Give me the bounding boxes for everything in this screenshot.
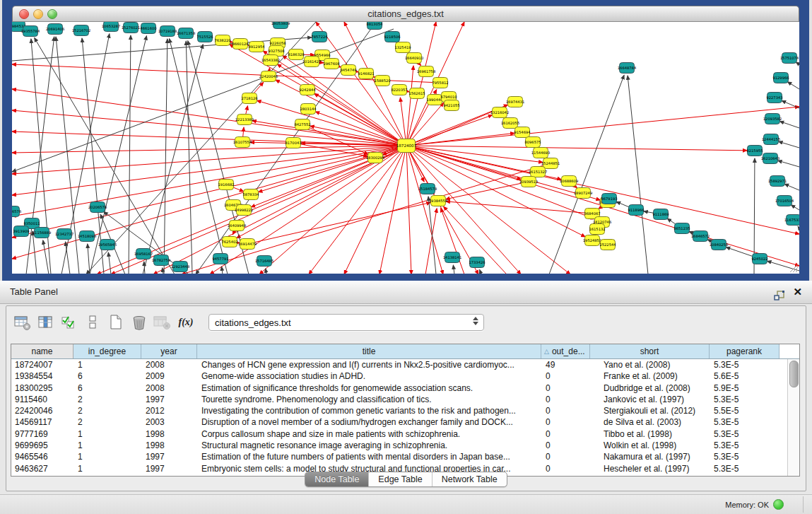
graph-node[interactable]: 18724007 bbox=[396, 139, 417, 153]
graph-node[interactable]: 12342737 bbox=[55, 229, 73, 240]
graph-node[interactable]: 14518098 bbox=[78, 231, 96, 242]
graph-node[interactable]: 2522544 bbox=[599, 240, 616, 250]
table-row[interactable]: 911546021997Tourette syndrome. Phenomeno… bbox=[11, 394, 787, 405]
graph-node[interactable]: 16961758 bbox=[417, 66, 435, 77]
delete-table-button[interactable] bbox=[152, 312, 173, 333]
graph-node[interactable]: 7857224 bbox=[311, 32, 328, 42]
graph-node[interactable]: 19384554 bbox=[429, 196, 448, 206]
graph-node[interactable]: 8220357 bbox=[391, 85, 407, 95]
graph-node[interactable]: 12093582 bbox=[763, 114, 782, 124]
graph-node[interactable]: 16640910 bbox=[405, 53, 423, 64]
graph-node[interactable]: 10161427 bbox=[302, 57, 321, 67]
graph-node[interactable]: 15216702 bbox=[72, 25, 90, 36]
graph-node[interactable]: 9421055 bbox=[443, 100, 459, 111]
graph-node[interactable]: 16210643 bbox=[761, 153, 779, 164]
graph-node[interactable]: 16914479 bbox=[238, 239, 257, 250]
column-header-year[interactable]: year bbox=[141, 344, 197, 358]
column-header-short[interactable]: short bbox=[590, 344, 710, 358]
graph-node[interactable]: 19524851 bbox=[583, 235, 601, 246]
graph-node[interactable]: 8170043 bbox=[285, 138, 301, 148]
graph-node[interactable]: 20691406 bbox=[46, 24, 64, 35]
graph-node[interactable]: 16107554 bbox=[233, 137, 252, 148]
graph-node[interactable]: 8096575 bbox=[524, 137, 541, 148]
delete-column-button[interactable] bbox=[129, 312, 150, 333]
tab-network-table[interactable]: Network Table bbox=[432, 472, 507, 486]
column-header-title[interactable]: title bbox=[197, 344, 541, 358]
function-builder-button[interactable]: f(x) bbox=[175, 312, 196, 333]
graph-node[interactable]: 9146821 bbox=[358, 69, 374, 79]
table-row[interactable]: 1872400712008Changes of HCN gene express… bbox=[11, 359, 787, 370]
graph-node[interactable]: 22420046 bbox=[259, 71, 278, 82]
graph-node[interactable]: 9154694 bbox=[514, 127, 531, 138]
graph-node[interactable]: 18053809 bbox=[271, 22, 290, 29]
graph-node[interactable]: 7638220 bbox=[214, 35, 230, 46]
graph-node[interactable]: 16409948 bbox=[228, 221, 246, 231]
graph-node[interactable]: 9227343 bbox=[766, 93, 782, 103]
tab-node-table[interactable]: Node Table bbox=[305, 472, 368, 486]
graph-node[interactable]: 8215955 bbox=[746, 146, 763, 156]
graph-node[interactable]: 1325419 bbox=[394, 42, 411, 53]
tab-edge-table[interactable]: Edge Table bbox=[368, 472, 431, 486]
graph-node[interactable]: 2803144 bbox=[300, 104, 317, 115]
graph-node[interactable]: 4661600 bbox=[140, 23, 156, 34]
graph-node[interactable]: 1588520 bbox=[374, 76, 390, 86]
table-row[interactable]: 969969511998Structural magnetic resonanc… bbox=[11, 440, 787, 451]
show-columns-button[interactable] bbox=[35, 312, 57, 333]
graph-node[interactable]: 15716485 bbox=[255, 256, 273, 267]
graph-node[interactable]: 8912954 bbox=[248, 42, 265, 52]
graph-node[interactable]: 1733426 bbox=[469, 257, 485, 268]
graph-node[interactable]: 19565845 bbox=[98, 240, 117, 250]
table-row[interactable]: 1456911722003Disruption of a novel membe… bbox=[11, 416, 787, 428]
close-panel-icon[interactable]: ✕ bbox=[793, 281, 802, 303]
graph-node[interactable]: 18907249 bbox=[574, 188, 592, 199]
graph-node[interactable]: 7515526 bbox=[196, 32, 213, 42]
graph-node[interactable]: 5878334 bbox=[242, 189, 259, 200]
graph-node[interactable]: 9245022 bbox=[751, 254, 767, 264]
graph-node[interactable]: 10939513 bbox=[519, 177, 538, 187]
graph-node[interactable]: 9457791 bbox=[212, 254, 228, 264]
graph-node[interactable]: 8813054 bbox=[366, 22, 383, 30]
graph-node[interactable]: 2718126 bbox=[241, 93, 257, 104]
row-mode-button[interactable] bbox=[82, 312, 103, 333]
graph-node[interactable]: 14998222 bbox=[235, 205, 253, 216]
graph-node[interactable]: 16958167 bbox=[134, 249, 153, 259]
table-row[interactable]: 946554611997Estimation of the future num… bbox=[11, 451, 787, 462]
graph-node[interactable]: 8427552 bbox=[294, 119, 310, 130]
graph-node[interactable]: 15276021 bbox=[122, 23, 140, 33]
table-row[interactable]: 977716911998Corpus callosum shape and si… bbox=[11, 428, 787, 440]
graph-node[interactable]: 9111869 bbox=[652, 209, 669, 220]
minimize-window-button[interactable] bbox=[33, 9, 43, 19]
graph-node[interactable]: 1916682 bbox=[218, 180, 234, 190]
zoom-window-button[interactable] bbox=[47, 9, 57, 19]
column-header-outde[interactable]: △out_de... bbox=[541, 344, 590, 358]
new-column-button[interactable] bbox=[105, 312, 126, 333]
graph-node[interactable]: 20206576 bbox=[88, 202, 107, 213]
column-header-name[interactable]: name bbox=[11, 344, 73, 358]
graph-node[interactable]: 16974431 bbox=[506, 97, 524, 107]
column-header-pagerank[interactable]: pagerank bbox=[710, 344, 779, 358]
graph-node[interactable]: 11675330 bbox=[784, 215, 799, 226]
graph-node[interactable]: 16671358 bbox=[177, 28, 195, 39]
column-header-indegree[interactable]: in_degree bbox=[73, 344, 141, 358]
graph-node[interactable]: 10719188 bbox=[158, 26, 177, 37]
graph-node[interactable]: 9129966 bbox=[772, 73, 789, 83]
graph-node[interactable]: 9218506 bbox=[384, 32, 400, 42]
graph-node[interactable]: 8186328 bbox=[288, 49, 304, 60]
graph-node[interactable]: 10840258 bbox=[710, 240, 728, 250]
graph-node[interactable]: 9242844 bbox=[299, 85, 316, 95]
graph-node[interactable]: 7955812 bbox=[432, 78, 448, 88]
graph-node[interactable]: 11156889 bbox=[33, 228, 51, 238]
graph-node[interactable]: 15751074 bbox=[780, 53, 799, 64]
table-row[interactable]: 2242004622012Investigating the contribut… bbox=[11, 405, 787, 416]
graph-node[interactable]: 1615132 bbox=[589, 224, 605, 235]
graph-node[interactable]: 8651235 bbox=[673, 223, 690, 234]
graph-node[interactable]: 8679193 bbox=[601, 194, 617, 204]
graph-node[interactable]: 1562615 bbox=[408, 88, 425, 99]
graph-node[interactable]: 3913909 bbox=[13, 226, 29, 237]
graph-node[interactable]: 7625402 bbox=[221, 237, 237, 247]
graph-node[interactable]: 12444155 bbox=[762, 134, 780, 145]
graph-node[interactable]: 16782759 bbox=[152, 255, 170, 266]
close-window-button[interactable] bbox=[19, 9, 29, 19]
graph-node[interactable]: 10688609 bbox=[560, 176, 578, 187]
graph-node[interactable]: 11544693 bbox=[531, 148, 550, 158]
